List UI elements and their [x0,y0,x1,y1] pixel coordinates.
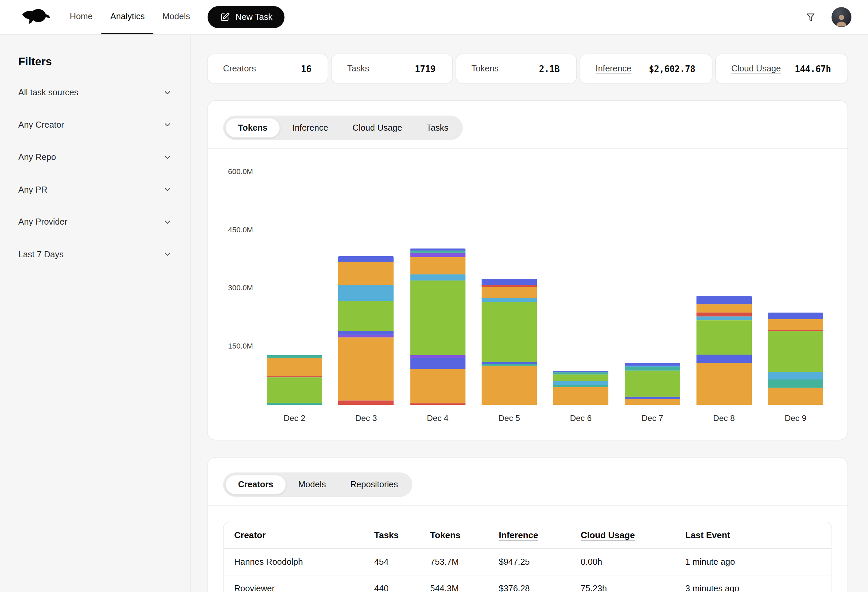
chart-bar-dec-7[interactable] [625,363,680,405]
filter-dropdown-any-creator[interactable]: Any Creator [18,109,172,141]
cell-cloud-usage: 0.00h [580,557,685,567]
column-header-label: Last Event [685,530,730,540]
top-navbar: HomeAnalyticsModels New Task [0,0,868,35]
kangaroo-logo-icon[interactable] [21,8,51,27]
compose-edit-icon [220,12,230,22]
stat-cloud-usage[interactable]: Cloud Usage144.67h [715,53,848,84]
stat-value: 2.1B [539,63,559,74]
y-axis-tick: 300.0M [220,284,253,292]
stat-tokens[interactable]: Tokens2.1B [455,53,577,84]
chart-tab-inference[interactable]: Inference [280,118,340,138]
cell-creator: Rooviewer [224,583,374,592]
stat-inference[interactable]: Inference$2,602.78 [580,53,712,84]
y-axis-tick: 450.0M [220,225,253,234]
new-task-button[interactable]: New Task [208,6,285,28]
nav-link-home[interactable]: Home [61,0,102,34]
cell-tasks: 454 [374,557,430,567]
bar-segment-orange [625,399,680,405]
bar-segment-purple [410,355,465,358]
filter-dropdown-any-pr[interactable]: Any PR [18,174,172,206]
filter-label: Last 7 Days [18,250,63,260]
bar-segment-indigo [410,249,465,251]
cell-inference: $947.25 [499,557,580,567]
person-silhouette-icon [833,12,849,27]
chart-bar-dec-5[interactable] [481,279,537,405]
cell-cloud-usage: 75.23h [580,583,685,592]
chart-tab-tokens[interactable]: Tokens [226,118,280,138]
x-axis-label: Dec 6 [553,413,608,423]
x-axis-label: Dec 4 [410,413,465,423]
bar-segment-orange [768,319,823,330]
summary-stats-bar: Creators16Tasks1719Tokens2.1BInference$2… [207,53,848,84]
filter-dropdown-any-repo[interactable]: Any Repo [18,141,172,174]
y-axis-tick: 150.0M [220,342,253,350]
x-axis-label: Dec 7 [625,413,680,423]
bar-segment-orange [410,257,465,274]
column-header-cloud-usage[interactable]: Cloud Usage [580,530,685,540]
chart-tab-tasks[interactable]: Tasks [414,118,460,138]
cell-last-event: 3 minutes ago [685,583,832,592]
chevron-down-icon [163,120,172,130]
bar-segment-orange [481,287,537,298]
stacked-bar-chart: 150.0M300.0M450.0M600.0MDec 2Dec 3Dec 4D… [208,149,847,441]
bar-segment-orange [338,262,394,285]
bar-segment-teal [553,373,608,375]
cell-inference: $376.28 [499,583,580,592]
nav-link-models[interactable]: Models [154,0,199,34]
chart-bar-dec-8[interactable] [696,296,751,405]
bar-segment-indigo [625,363,680,365]
filters-sidebar: Filters All task sourcesAny CreatorAny R… [0,35,191,592]
filter-dropdown-last-7-days[interactable]: Last 7 Days [18,238,172,270]
cell-creator: Hannes Roodolph [224,557,374,567]
filter-label: Any PR [18,184,47,194]
chart-tab-cloud-usage[interactable]: Cloud Usage [340,118,415,138]
chart-bar-dec-4[interactable] [410,249,465,405]
breakdown-tab-models[interactable]: Models [286,475,338,495]
cell-tokens: 753.7M [430,557,499,567]
stat-label: Creators [223,64,256,74]
bar-segment-red [338,401,394,405]
column-header-inference[interactable]: Inference [499,530,580,540]
bar-segment-orange [553,387,608,405]
bar-segment-sky [338,285,394,301]
column-header-label: Creator [234,530,266,540]
filter-funnel-icon[interactable] [805,12,816,22]
table-row-rooviewer[interactable]: Rooviewer440544.3M$376.2875.23h3 minutes… [224,576,832,592]
bar-segment-orange [696,305,751,312]
bar-segment-sky [481,298,537,302]
stat-label: Cloud Usage [731,64,781,74]
x-axis-label: Dec 8 [696,413,751,423]
bar-segment-orange [267,358,322,376]
table-row-hannes-roodolph[interactable]: Hannes Roodolph454753.7M$947.250.00h1 mi… [224,549,832,576]
x-axis-label: Dec 5 [481,413,537,423]
stat-label: Inference [596,64,632,74]
bar-segment-green [338,301,394,330]
stat-creators[interactable]: Creators16 [207,53,328,84]
filter-dropdown-all-task-sources[interactable]: All task sources [18,77,172,109]
bar-segment-green [768,331,823,372]
stat-value: 144.67h [795,63,831,74]
user-avatar[interactable] [832,7,852,27]
nav-link-analytics[interactable]: Analytics [102,0,153,34]
chart-bar-dec-2[interactable] [267,355,322,405]
bar-segment-green [625,371,680,397]
filter-dropdown-any-provider[interactable]: Any Provider [18,206,172,238]
breakdown-tab-repositories[interactable]: Repositories [338,475,410,495]
bar-segment-sky [768,372,823,380]
bar-segment-orange [768,387,823,405]
breakdown-tab-creators[interactable]: Creators [226,475,286,495]
chevron-down-icon [163,250,172,259]
chart-bar-dec-9[interactable] [768,313,823,405]
chevron-down-icon [163,153,172,162]
chart-tabs-row: TokensInferenceCloud UsageTasks [208,101,847,149]
bar-segment-green [267,377,322,403]
chart-card: TokensInferenceCloud UsageTasks 150.0M30… [207,100,848,440]
bar-segment-purple [410,253,465,258]
bar-segment-teal [768,380,823,387]
primary-nav: HomeAnalyticsModels [61,0,199,34]
filter-list: All task sourcesAny CreatorAny RepoAny P… [18,77,172,271]
cell-tokens: 544.3M [430,583,499,592]
chart-bar-dec-6[interactable] [553,371,608,405]
stat-tasks[interactable]: Tasks1719 [331,53,453,84]
chart-bar-dec-3[interactable] [338,256,394,405]
